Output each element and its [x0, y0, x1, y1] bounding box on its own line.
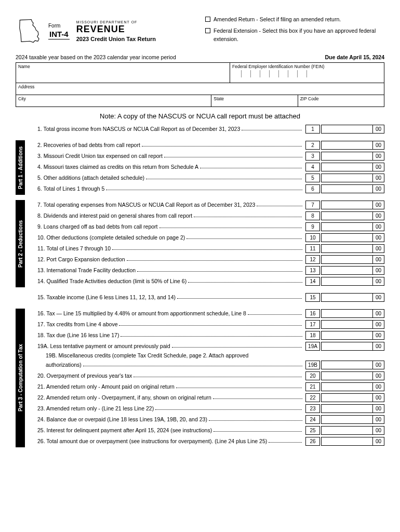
line-16: 16. Tax — Line 15 multiplied by 4.48% or…	[28, 309, 384, 318]
part-2: Part 2 - Deductions 7. Total operating e…	[16, 200, 384, 287]
val-4[interactable]	[321, 163, 373, 171]
val-1[interactable]	[321, 125, 373, 134]
val-15[interactable]	[321, 293, 373, 302]
val-2[interactable]	[321, 141, 373, 150]
val-19A[interactable]	[321, 342, 373, 351]
extension-checkbox[interactable]	[205, 28, 210, 33]
line-4: 4. Missouri taxes claimed as credits on …	[28, 162, 384, 171]
line-13: 13. International Trade Facility deducti…	[28, 265, 384, 275]
val-5[interactable]	[321, 174, 373, 182]
val-9[interactable]	[321, 222, 373, 231]
state-field[interactable]: State	[211, 95, 298, 107]
title-block: MISSOURI DEPARTMENT OF REVENUE 2023 Cred…	[76, 20, 156, 42]
federal-extension-option: Federal Extension - Select this box if y…	[205, 27, 384, 44]
line-19B: authorizations) 19B00	[28, 360, 384, 369]
due-date: Due date April 15, 2024	[325, 54, 384, 60]
val-3[interactable]	[321, 152, 373, 161]
line-19A: 19A. Less tentative payment or amount pr…	[28, 341, 384, 351]
val-7[interactable]	[321, 201, 373, 209]
line-10: 10. Other deductions (complete detailed …	[28, 233, 384, 242]
amended-label: Amended Return - Select if filing an ame…	[214, 16, 341, 24]
line-9: 9. Loans charged off as bad debts from c…	[28, 222, 384, 231]
line-26: 26. Total amount due or overpayment (see…	[28, 436, 384, 446]
num-1: 1	[305, 125, 320, 134]
attachment-note: Note: A copy of the NASCUS or NCUA call …	[16, 112, 384, 120]
year-basis: 2024 taxable year based on the 2023 cale…	[16, 54, 176, 60]
val-17[interactable]	[321, 320, 373, 329]
tab-part1: Part 1 - Additions	[16, 140, 25, 195]
val-14[interactable]	[321, 277, 373, 286]
section-line15: 15. Taxable income (Line 6 less Lines 11…	[16, 292, 384, 303]
line-2: 2. Recoveries of bad debts from call rep…	[28, 140, 384, 150]
tab-part3: Part 3 - Computation of Tax	[16, 309, 25, 447]
line-24: 24. Balance due or overpaid (Line 18 les…	[28, 415, 384, 424]
form-code-block: Form INT-4	[48, 23, 70, 39]
amended-checkbox[interactable]	[205, 17, 210, 22]
val-20[interactable]	[321, 371, 373, 380]
val-24[interactable]	[321, 415, 373, 424]
line-3: 3. Missouri Credit Union tax expensed on…	[28, 151, 384, 161]
fein-boxes	[232, 70, 382, 77]
line-19B-text1: 19B. Miscellaneous credits (complete Tax…	[28, 352, 384, 358]
line-23: 23. Amended return only - (Line 21 less …	[28, 404, 384, 413]
line-22: 22. Amended return only - Overpayment, i…	[28, 393, 384, 402]
address-field[interactable]: Address	[16, 83, 384, 95]
part-3: Part 3 - Computation of Tax 16. Tax — Li…	[16, 309, 384, 447]
val-13[interactable]	[321, 266, 373, 275]
line-21: 21. Amended return only - Amount paid on…	[28, 382, 384, 391]
line-1: 1. Total gross income from NASCUS or NCU…	[28, 124, 384, 134]
line-7: 7. Total operating expenses from NASCUS …	[28, 200, 384, 209]
name-field[interactable]: Name	[16, 63, 230, 83]
dept-label: MISSOURI DEPARTMENT OF	[76, 20, 156, 24]
val-16[interactable]	[321, 309, 373, 318]
line-8: 8. Dividends and interest paid on genera…	[28, 211, 384, 220]
val-10[interactable]	[321, 233, 373, 242]
amended-return-option: Amended Return - Select if filing an ame…	[205, 16, 384, 24]
tab-part2: Part 2 - Deductions	[16, 200, 25, 287]
extension-label: Federal Extension - Select this box if y…	[214, 27, 384, 44]
val-23[interactable]	[321, 404, 373, 413]
line-20: 20. Overpayment of previous year's tax20…	[28, 371, 384, 380]
header-left: Form INT-4 MISSOURI DEPARTMENT OF REVENU…	[16, 16, 195, 46]
val-19B[interactable]	[321, 361, 373, 369]
meta-row: 2024 taxable year based on the 2023 cale…	[16, 54, 384, 60]
val-26[interactable]	[321, 437, 373, 446]
line-14: 14. Qualified Trade Activities deduction…	[28, 276, 384, 286]
identity-block: Name Federal Employer Identification Num…	[16, 62, 384, 107]
val-6[interactable]	[321, 184, 373, 193]
zip-field[interactable]: ZIP Code	[298, 95, 384, 107]
line-11: 11. Total of Lines 7 through 101100	[28, 244, 384, 253]
val-12[interactable]	[321, 255, 373, 264]
line-15: 15. Taxable income (Line 6 less Lines 11…	[28, 292, 384, 302]
section-line1: 1. Total gross income from NASCUS or NCU…	[16, 124, 384, 135]
line-5: 5. Other additions (attach detailed sche…	[28, 173, 384, 182]
missouri-outline-icon	[16, 17, 44, 45]
header: Form INT-4 MISSOURI DEPARTMENT OF REVENU…	[16, 16, 384, 46]
form-word: Form	[48, 23, 60, 29]
line-18: 18. Tax due (Line 16 less Line 17)1800	[28, 330, 384, 340]
header-right: Amended Return - Select if filing an ame…	[205, 16, 384, 46]
part-1: Part 1 - Additions 2. Recoveries of bad …	[16, 140, 384, 195]
city-field[interactable]: City	[16, 95, 211, 107]
fein-field[interactable]: Federal Employer Identification Number (…	[230, 63, 384, 83]
val-8[interactable]	[321, 211, 373, 220]
val-18[interactable]	[321, 331, 373, 340]
line-25: 25. Interest for delinquent payment afte…	[28, 425, 384, 435]
line-6: 6. Total of Lines 1 through 5600	[28, 184, 384, 193]
val-25[interactable]	[321, 426, 373, 435]
form-code: INT-4	[48, 30, 70, 39]
form-title: 2023 Credit Union Tax Return	[76, 36, 156, 42]
revenue-label: REVENUE	[76, 24, 156, 35]
val-11[interactable]	[321, 244, 373, 253]
val-21[interactable]	[321, 382, 373, 391]
line-17: 17. Tax credits from Line 4 above1700	[28, 320, 384, 329]
val-22[interactable]	[321, 393, 373, 402]
line-12: 12. Port Cargo Expansion deduction1200	[28, 255, 384, 264]
